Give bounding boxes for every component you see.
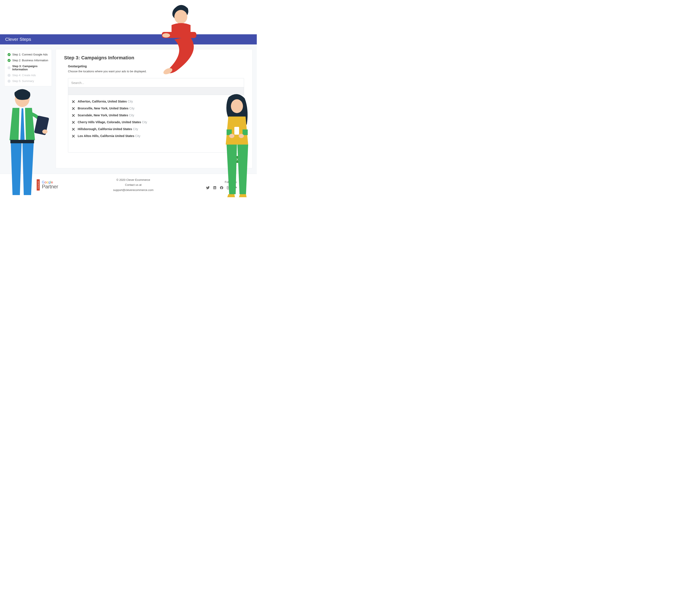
blog-icon[interactable] — [233, 186, 238, 190]
geotargeting-box: Atherton, California, United States City… — [68, 78, 244, 153]
copyright-text: © 2020 Clever Ecommerce — [113, 177, 153, 182]
remove-location-icon[interactable] — [72, 114, 75, 117]
step-label: Step 3: Campaigns Information — [12, 65, 49, 71]
sidebar-step-5[interactable]: Step 5: Summary — [7, 78, 49, 84]
instagram-icon[interactable] — [227, 186, 230, 190]
remove-location-icon[interactable] — [72, 121, 75, 123]
step-dot-icon — [7, 66, 10, 69]
steps-sidebar: Step 1: Connect Google AdsStep 2: Busine… — [4, 49, 52, 86]
geo-location-name: Atherton, California, United States — [78, 100, 128, 103]
remove-location-icon[interactable] — [72, 107, 75, 109]
sidebar-step-2[interactable]: Step 2: Business Information — [7, 57, 49, 63]
geo-location-name: Hillsborough, California United States — [78, 127, 133, 131]
geo-location-type: City — [133, 127, 138, 131]
follow-label: Follow us: — [206, 180, 238, 184]
google-partner-badge: PREMIER Google Partner — [37, 178, 60, 192]
main-area: Step 1: Connect Google AdsStep 2: Busine… — [0, 45, 257, 174]
twitter-icon[interactable] — [206, 186, 210, 190]
geo-location-row: Hillsborough, California United States C… — [72, 126, 240, 132]
top-bar: Clever Steps — [0, 34, 257, 45]
geo-location-type: City — [128, 100, 133, 103]
step-label: Step 5: Summary — [12, 79, 34, 83]
geo-location-name: Cherry Hills Village, Colorado, United S… — [78, 120, 142, 124]
geo-location-row: Cherry Hills Village, Colorado, United S… — [72, 119, 240, 126]
sidebar-step-3[interactable]: Step 3: Campaigns Information — [7, 63, 49, 72]
check-icon — [7, 59, 10, 62]
premier-strip: PREMIER — [37, 179, 40, 191]
section-subtitle: Geotargeting — [68, 65, 244, 68]
sidebar-step-4[interactable]: Step 4: Create Ads — [7, 72, 49, 78]
geo-location-name: Scarsdale, New York, United States — [78, 114, 129, 117]
remove-location-icon[interactable] — [72, 135, 75, 137]
geo-location-type: City — [142, 120, 147, 124]
geo-location-type: City — [135, 134, 140, 138]
facebook-icon[interactable] — [220, 186, 224, 190]
app-title: Clever Steps — [5, 37, 31, 42]
geo-location-row: Atherton, California, United States City — [72, 98, 240, 105]
remove-location-icon[interactable] — [72, 128, 75, 130]
sidebar-step-1[interactable]: Step 1: Connect Google Ads — [7, 52, 49, 57]
linkedin-icon[interactable] — [213, 186, 217, 190]
remove-location-icon[interactable] — [72, 100, 75, 103]
step-label: Step 2: Business Information — [12, 59, 48, 62]
footer-right: Follow us: — [206, 180, 238, 190]
next-button[interactable]: NEXT — [228, 156, 244, 163]
footer: PREMIER Google Partner © 2020 Clever Eco… — [0, 174, 257, 197]
geo-selected-list: Atherton, California, United States City… — [68, 95, 244, 152]
step-dot-icon — [7, 80, 10, 83]
section-description: Choose the locations where you want your… — [68, 70, 244, 73]
main-panel: Step 3: Campaigns Information Geotargeti… — [56, 49, 252, 168]
footer-center: © 2020 Clever Ecommerce Contact us at su… — [113, 177, 153, 193]
geo-location-name: Bronxville, New York, United States — [78, 107, 129, 110]
contact-label: Contact us at — [113, 182, 153, 187]
geo-location-row: Bronxville, New York, United States City — [72, 105, 240, 112]
step-label: Step 4: Create Ads — [12, 74, 36, 77]
check-icon — [7, 53, 10, 56]
step-label: Step 1: Connect Google Ads — [12, 53, 48, 56]
geo-location-row: Los Altos Hills, California United State… — [72, 132, 240, 140]
svg-point-0 — [174, 10, 187, 24]
geo-location-type: City — [129, 114, 134, 117]
geo-results-header — [68, 87, 244, 95]
step-dot-icon — [7, 74, 10, 77]
contact-email: support@cleverecommerce.com — [113, 188, 153, 193]
geo-location-row: Scarsdale, New York, United States City — [72, 112, 240, 119]
geo-location-name: Los Altos Hills, California United State… — [78, 134, 135, 138]
geo-location-type: City — [129, 107, 134, 110]
partner-word: Partner — [42, 184, 58, 189]
search-input[interactable] — [68, 78, 244, 87]
page-title: Step 3: Campaigns Information — [64, 55, 244, 60]
